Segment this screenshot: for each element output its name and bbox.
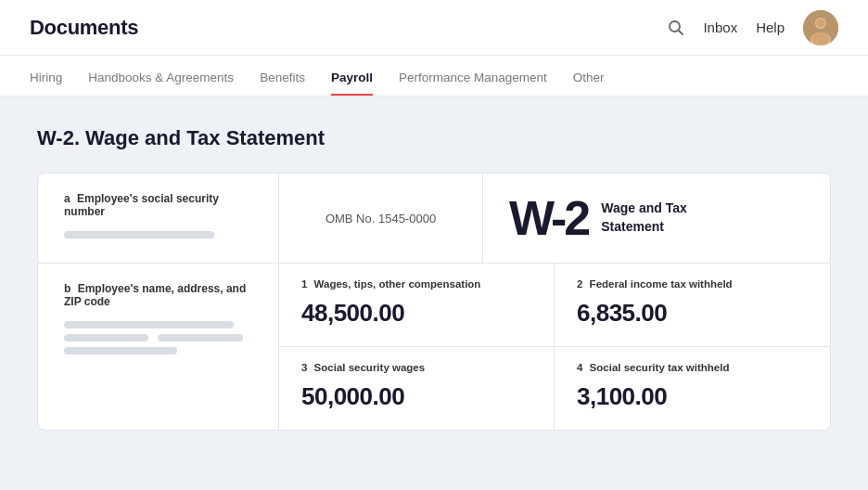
name-label-text: Employee's name, address, and ZIP code <box>64 282 246 308</box>
field3-label: 3 Social security wages <box>301 362 531 373</box>
w2-name-box: b Employee's name, address, and ZIP code <box>38 264 279 430</box>
main-content: W-2. Wage and Tax Statement a Employee's… <box>0 97 868 490</box>
field3-number: 3 <box>301 362 307 373</box>
w2-bottom-section: b Employee's name, address, and ZIP code… <box>38 264 830 430</box>
field2-number: 2 <box>577 278 582 290</box>
w2-omb-box: OMB No. 1545-0000 <box>279 174 483 263</box>
name-placeholder-2b <box>158 334 242 342</box>
tab-other[interactable]: Other <box>573 71 605 96</box>
w2-field-2: 2 Federal income tax withheld 6,835.00 <box>555 264 830 347</box>
field4-number: 4 <box>577 362 582 373</box>
field1-label-text: Wages, tips, other compensation <box>314 278 481 290</box>
help-link[interactable]: Help <box>756 19 785 35</box>
tab-handbooks[interactable]: Handbooks & Agreements <box>88 71 234 96</box>
top-bar-left: Documents <box>30 16 138 40</box>
svg-line-1 <box>679 30 683 34</box>
tab-hiring[interactable]: Hiring <box>30 71 62 96</box>
ssn-label-text: Employee's social security number <box>64 192 219 218</box>
w2-field-1: 1 Wages, tips, other compensation 48,500… <box>279 264 555 347</box>
name-placeholder-2a <box>64 334 148 342</box>
field1-value: 48,500.00 <box>301 299 531 328</box>
avatar-image <box>803 10 838 45</box>
svg-point-6 <box>811 32 830 45</box>
w2-logo-box: W-2 Wage and TaxStatement <box>483 174 830 263</box>
field3-value: 50,000.00 <box>301 382 531 411</box>
field2-label: 2 Federal income tax withheld <box>577 278 808 290</box>
w2-card: a Employee's social security number OMB … <box>37 173 831 431</box>
inbox-link[interactable]: Inbox <box>703 19 737 35</box>
field2-label-text: Federal income tax withheld <box>590 278 733 290</box>
field4-label: 4 Social security tax withheld <box>577 362 808 373</box>
w2-ssn-box: a Employee's social security number <box>38 174 279 263</box>
field1-label: 1 Wages, tips, other compensation <box>301 278 531 290</box>
nav-tabs: Hiring Handbooks & Agreements Benefits P… <box>0 56 868 97</box>
name-placeholder-3 <box>64 347 177 355</box>
w2-logo-subtitle: Wage and TaxStatement <box>601 200 687 236</box>
avatar[interactable] <box>803 10 838 45</box>
name-placeholder-1 <box>64 321 234 329</box>
omb-number: OMB No. 1545-0000 <box>326 212 436 226</box>
svg-point-5 <box>816 19 825 28</box>
field3-label-text: Social security wages <box>314 362 426 373</box>
name-label: b Employee's name, address, and ZIP code <box>64 282 252 308</box>
name-label-letter: b <box>64 282 70 295</box>
field4-label-text: Social security tax withheld <box>590 362 730 373</box>
app-title: Documents <box>30 16 138 40</box>
page-title: W-2. Wage and Tax Statement <box>37 126 831 150</box>
field4-value: 3,100.00 <box>577 382 808 411</box>
tab-benefits[interactable]: Benefits <box>260 71 305 96</box>
search-button[interactable] <box>668 19 684 36</box>
ssn-placeholder-line <box>64 231 214 239</box>
tab-payroll[interactable]: Payroll <box>331 71 373 96</box>
field2-value: 6,835.00 <box>577 299 808 328</box>
ssn-label: a Employee's social security number <box>64 192 252 218</box>
w2-field-4: 4 Social security tax withheld 3,100.00 <box>555 347 830 430</box>
w2-data-grid: 1 Wages, tips, other compensation 48,500… <box>279 264 830 430</box>
w2-field-3: 3 Social security wages 50,000.00 <box>279 347 555 430</box>
tab-performance[interactable]: Performance Management <box>399 71 547 96</box>
w2-logo: W-2 <box>509 194 588 242</box>
w2-top-section: a Employee's social security number OMB … <box>38 174 830 264</box>
field1-number: 1 <box>301 278 307 290</box>
top-bar: Documents Inbox Help <box>0 0 868 56</box>
ssn-label-letter: a <box>64 192 70 205</box>
top-bar-right: Inbox Help <box>668 10 838 45</box>
